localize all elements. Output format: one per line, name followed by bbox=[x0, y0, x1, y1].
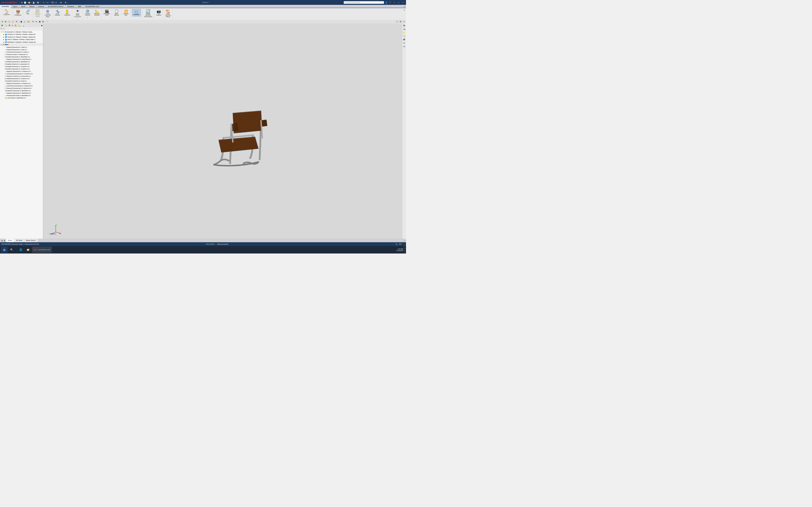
exploded-dropdown[interactable]: ▾ bbox=[126, 17, 126, 18]
tree-item-tangent5[interactable]: ○ Tangent5 (framechair<1>,Seat<1>) bbox=[0, 48, 43, 51]
fullscreen-button[interactable]: ⛶ bbox=[396, 20, 399, 23]
feature-manager-button[interactable]: 🌳 bbox=[1, 24, 4, 27]
search-dropdown-icon[interactable]: ▾ bbox=[372, 2, 373, 3]
assembly-features-dropdown[interactable]: ▾ bbox=[87, 17, 88, 18]
view-settings-button[interactable]: ⚙ bbox=[41, 20, 44, 23]
select-tool-icon[interactable]: ↖ bbox=[51, 1, 54, 3]
tree-item-coincident18[interactable]: ✕ Coincident18 (framechair<1>,ChairArm<1… bbox=[0, 72, 43, 75]
reference-geometry-button[interactable]: 📐 ReferenceGeometry bbox=[93, 9, 100, 16]
tree-item-parallel9[interactable]: ∥ Parallel9 (framechair<1>,ChairArm<2>) bbox=[0, 77, 43, 80]
show-hidden-dropdown-arrow[interactable]: ▾ bbox=[77, 18, 78, 19]
explorer-taskbar-button[interactable]: 📁 bbox=[25, 246, 32, 253]
tree-item-tangent11[interactable]: ○ Tangent11 (framechair<1>,BackPlate<2>) bbox=[0, 58, 43, 60]
search-bar[interactable]: 🔍 ▾ bbox=[344, 1, 384, 4]
tree-item-lock2[interactable]: 🔒 Lock2 (Seat<1>,BackPlate<2>) bbox=[0, 97, 43, 99]
view-orientation-button[interactable]: 🧊 bbox=[23, 20, 26, 23]
move-component-button[interactable]: ✋ MoveComponent bbox=[63, 9, 71, 16]
solidworks-taskbar-item[interactable]: SW SOLIDWORKS 2024 bbox=[32, 247, 52, 253]
tree-item-seat1[interactable]: ▶ 🔷 Seat<1> (Default) <<Default>_Display… bbox=[0, 38, 43, 41]
tree-item-parallel14[interactable]: ∥ Parallel14 (framechair<1>,BackPlate<2>… bbox=[0, 89, 43, 92]
rotate-button[interactable]: ↻ bbox=[15, 20, 18, 23]
tile-button[interactable]: ⊟ bbox=[399, 20, 402, 23]
add-motion-study-button[interactable]: + bbox=[404, 239, 406, 242]
bill-of-materials-button[interactable]: 📋 Bill ofMaterials bbox=[113, 9, 120, 16]
open-file-icon[interactable]: 📂 bbox=[28, 1, 31, 3]
tree-item-parallel6[interactable]: ∥ Parallel6 (framechair<1>,ChairArm<1>) bbox=[0, 65, 43, 68]
nav-arrow[interactable]: ▶ bbox=[21, 2, 23, 3]
search-taskbar-button[interactable]: 🔍 bbox=[8, 246, 15, 253]
dim-xpert-button[interactable]: ± bbox=[11, 24, 14, 27]
tree-item-coincident21[interactable]: ✕ Coincident21 (framechair<1>,ChairArm<2… bbox=[0, 84, 43, 87]
tree-item-tangent4[interactable]: ○ Tangent4 (framechair<1>,Seat<1>) bbox=[0, 46, 43, 48]
show-desktop-button[interactable] bbox=[404, 246, 405, 253]
tab-assembly[interactable]: Assembly bbox=[0, 5, 11, 8]
large-assembly-settings-button[interactable]: 🏗️ LargeAssemblySettings bbox=[165, 9, 171, 18]
tree-item-parallel10[interactable]: ∥ Parallel10 (ChairArm<2>,Seat<1>) bbox=[0, 80, 43, 82]
component-preview-button[interactable]: 🖼️ ComponentPreviewWindow bbox=[34, 9, 41, 18]
tree-item-root[interactable]: ▼ 📁 (f) framechair<1> (Default) <<Defaul… bbox=[0, 31, 43, 33]
tree-item-perpendicular6[interactable]: ⊥ Perpendicular6 (Seat<1>,BackPlate<2>) bbox=[0, 94, 43, 97]
pattern-dropdown-arrow[interactable]: ▾ bbox=[48, 18, 48, 19]
zoom-previous-button[interactable]: 🔍 bbox=[7, 20, 11, 23]
lighting-button[interactable]: ☀ bbox=[35, 20, 38, 23]
file-explorer-button[interactable]: 📁 bbox=[403, 31, 406, 34]
simulation-tree-button[interactable]: 📊 bbox=[21, 24, 25, 27]
scene-button[interactable]: ◉ bbox=[38, 20, 41, 23]
search-results-button[interactable]: 🔍 bbox=[403, 35, 406, 38]
take-snapshot-button[interactable]: 📷 TakeSnapshot bbox=[155, 9, 162, 16]
tab-model[interactable]: Model bbox=[6, 239, 14, 242]
tab-cam[interactable]: SOLIDWORKS CAM bbox=[83, 5, 101, 8]
tab-evaluate[interactable]: Evaluate bbox=[37, 5, 46, 8]
ribbon-collapse-icon[interactable]: ▲ bbox=[403, 9, 405, 11]
tree-item-parallel5[interactable]: ∥ Parallel5 (ChairArm<1>,framechair<1>) bbox=[0, 63, 43, 65]
tab-layout[interactable]: Layout bbox=[11, 5, 19, 8]
new-file-icon[interactable]: 📄 bbox=[23, 1, 27, 3]
smart-fasteners-button[interactable]: 🔩 SmartFasteners bbox=[54, 9, 61, 16]
tab-addins[interactable]: SOLIDWORKS Add-Ins bbox=[46, 5, 65, 8]
custom-properties-button[interactable]: 🏷 bbox=[403, 45, 406, 48]
tree-item-parallel4[interactable]: ∥ Parallel4 (framechair<1>,BackPlate<2>) bbox=[0, 60, 43, 63]
undo-icon[interactable]: ↩ bbox=[42, 1, 45, 3]
collapse-ribbon-icon[interactable]: ▲ bbox=[404, 5, 405, 7]
zoom-to-fit-button[interactable]: ⊙ bbox=[1, 20, 4, 23]
show-hidden-button[interactable]: 👁 ShowHiddenComponents bbox=[73, 9, 82, 18]
start-button[interactable]: ⊞ bbox=[1, 246, 7, 253]
tree-item-tangent14[interactable]: ○ Tangent14 (framechair<1>,ChairArm<2>) bbox=[0, 82, 43, 84]
edit-component-button[interactable]: ✏️ Edit Component bbox=[2, 9, 11, 16]
tree-section-mates[interactable]: ▼ 🔗 Mates bbox=[0, 44, 43, 46]
close-button[interactable]: ✕ bbox=[401, 1, 405, 4]
mate-button[interactable]: 🔗 Mate bbox=[25, 9, 32, 15]
viewport-close-button[interactable]: ✕ bbox=[403, 20, 405, 23]
appearances-button[interactable]: ✦ bbox=[32, 20, 35, 23]
pan-button[interactable]: ✋ bbox=[11, 20, 15, 23]
tree-item-tangent21[interactable]: ○ Tangent21 (framechair<1>,BackPlate<2>) bbox=[0, 92, 43, 94]
design-library-button[interactable]: 🗂 bbox=[403, 27, 406, 31]
property-manager-button[interactable]: 📋 bbox=[4, 24, 8, 27]
help-icon[interactable]: ❓ bbox=[389, 1, 392, 4]
tree-item-backplate2[interactable]: ▶ 🔷 BackPlate<2> (Default) <<Default>_Di… bbox=[0, 41, 43, 44]
new-motion-study-button[interactable]: 🎬 New MotionStudy bbox=[103, 9, 111, 16]
user-icon[interactable]: 👤 bbox=[385, 1, 388, 4]
tree-item-coincident2[interactable]: ✕ Coincident2 (framechair<1>,Seat<1>) bbox=[0, 51, 43, 53]
3d-viewport[interactable]: Y X Z *Isometric bbox=[44, 23, 403, 239]
instant3d-button[interactable]: ⬡ Instant3D bbox=[132, 9, 141, 16]
expand-panel-arrow[interactable]: ▶ bbox=[41, 24, 43, 26]
search-input[interactable] bbox=[347, 2, 371, 3]
tab-mbd[interactable]: MBD bbox=[76, 5, 84, 8]
solidworks-resources-button[interactable]: 📚 bbox=[403, 24, 406, 27]
print-icon[interactable]: 🖨️ bbox=[36, 1, 40, 3]
tab-sketch[interactable]: Sketch bbox=[19, 5, 28, 8]
configuration-manager-button[interactable]: ⚙ bbox=[8, 24, 11, 27]
grid-icon[interactable]: ⊞ bbox=[59, 1, 62, 3]
assembly-features-button[interactable]: ⚙️ AssemblyFeatures bbox=[84, 9, 91, 16]
move-dropdown-arrow[interactable]: ▾ bbox=[67, 17, 68, 18]
insert-components-button[interactable]: 📦 InsertComponents bbox=[14, 9, 22, 16]
settings-icon[interactable]: ⚙ bbox=[64, 1, 67, 3]
display-style-button[interactable]: 🎨 bbox=[27, 20, 30, 23]
appearances-panel-button[interactable]: ✦ bbox=[403, 42, 406, 45]
display-manager-button[interactable]: 🎨 bbox=[14, 24, 17, 27]
tab-motion-study-1[interactable]: Motion Study 1 bbox=[24, 239, 38, 242]
cam-feature-tree-button[interactable]: 📐 bbox=[17, 24, 21, 27]
tab-simulation[interactable]: Simulation bbox=[65, 5, 76, 8]
redo-icon[interactable]: ↪ bbox=[46, 1, 49, 3]
